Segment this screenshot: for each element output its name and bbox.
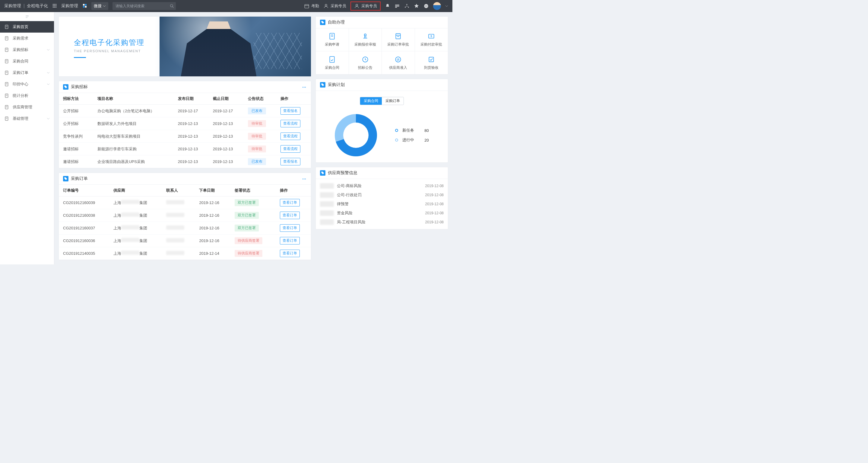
nav-attendance[interactable]: 考勤 [304,3,319,9]
svc-7[interactable]: 到货验收 [415,51,448,74]
svc-label: 到货验收 [424,65,438,70]
category-icon[interactable] [82,3,87,9]
svg-rect-15 [305,4,309,8]
action-button[interactable]: 查看订单 [280,237,300,244]
svg-point-18 [356,4,358,6]
status-badge: 已发布 [248,108,266,114]
svc-5[interactable]: 招标公告 [349,51,382,74]
sidebar-item-4[interactable]: 采购订单 [0,67,54,79]
brand-sub: 全程电子化 [27,3,48,8]
orders-more[interactable]: ⋯ [302,177,307,181]
sidebar-item-5[interactable]: 印控中心 [0,79,54,90]
status-badge: 待供应商签署 [235,250,262,257]
plan-card: 采购计划 采购合同 采购订单 新任务80 进行中20 [315,79,448,163]
redacted [320,220,334,225]
plan-tab-orders[interactable]: 采购订单 [382,97,404,105]
action-button[interactable]: 查看报名 [280,158,300,165]
table-row: 竞争性谈判纯电动大型客车采购项目2019-12-132019-12-13待审批查… [59,130,311,143]
sidebar-item-label: 采购订单 [13,70,28,76]
sidebar-item-3[interactable]: 采购合同 [0,56,54,67]
alert-row[interactable]: 公司-商标风险2019-12-08 [320,181,444,191]
brand-main: 采购管理 [4,3,21,8]
sidebar-item-7[interactable]: 供应商管理 [0,102,54,113]
redacted [121,212,140,217]
alert-date: 2019-12-08 [425,202,444,206]
legend-value-new: 80 [424,128,429,133]
svg-line-14 [173,7,174,8]
action-button[interactable]: 查看流程 [280,120,300,127]
table-row: 公开招标办公电脑采购（2台笔记本电脑）2019-12-172019-12-17已… [59,105,311,117]
plan-tab-contracts[interactable]: 采购合同 [360,97,382,105]
svc-0[interactable]: 采购申请 [316,28,349,51]
tag-icon [320,82,326,88]
alerts-title: 供应商预警信息 [328,170,358,176]
status-badge: 待供应商签署 [235,237,262,244]
sidebar-item-6[interactable]: 统计分析 [0,90,54,102]
svg-rect-6 [53,7,54,7]
svc-6[interactable]: 供供应商准入 [382,51,415,74]
svc-3[interactable]: $采购付款审批 [415,28,448,51]
nav-role-2-highlighted[interactable]: 采购专员 [350,1,381,10]
star-icon[interactable] [414,3,419,9]
alert-row[interactable]: 局-工程项目风险2019-12-08 [320,218,444,227]
sidebar-item-label: 采购首页 [13,24,28,30]
apps-icon[interactable] [52,3,57,9]
action-button[interactable]: 查看订单 [280,199,300,206]
doc-icon [4,24,9,29]
alert-row[interactable]: 资金风险2019-12-08 [320,208,444,218]
more-icon[interactable] [424,3,429,9]
redacted [320,201,334,207]
svg-rect-1 [54,4,55,5]
svc-4[interactable]: 采购合同 [316,51,349,74]
svg-rect-20 [395,6,399,6]
sidebar-item-1[interactable]: 采购需求 [0,33,54,44]
tag-icon [320,170,326,176]
avatar[interactable] [433,2,441,10]
chevron-down-icon [47,48,50,51]
search-scope-label: 微搜 [94,3,102,9]
search-input[interactable] [113,2,176,10]
user-menu-chevron-icon[interactable] [445,4,448,7]
legend-label-progress: 进行中 [402,137,414,143]
search-icon[interactable] [170,4,174,8]
svc-2[interactable]: 采购订单审批 [382,28,415,51]
svg-rect-69 [429,57,434,62]
redacted [166,200,184,204]
sidebar-item-8[interactable]: 基础管理 [0,113,54,124]
svc-icon: $ [427,32,435,40]
bell-icon[interactable] [385,3,390,9]
nav-role-1[interactable]: 采购专员 [323,3,346,9]
action-button[interactable]: 查看流程 [280,145,300,153]
bidding-more[interactable]: ⋯ [302,85,307,89]
svc-icon [361,56,369,63]
sidebar-item-label: 基础管理 [13,116,28,121]
action-button[interactable]: 查看订单 [280,224,300,232]
action-button[interactable]: 查看流程 [280,133,300,140]
svg-point-27 [426,6,427,6]
alert-date: 2019-12-08 [425,211,444,215]
svg-rect-65 [330,56,335,62]
svc-1[interactable]: 采购报价审核 [349,28,382,51]
banner-title-en: THE PERSONNEL MANAGEMENT [74,49,145,53]
status-badge: 双方已签署 [235,212,259,219]
alert-row[interactable]: 公司-行政处罚2019-12-08 [320,191,444,200]
sidebar-item-label: 印控中心 [13,82,28,87]
sidebar-item-2[interactable]: 采购招标 [0,44,54,56]
alert-date: 2019-12-08 [425,220,444,224]
user-icon [354,3,360,9]
dashboard-icon[interactable] [395,3,400,9]
tag-icon [63,176,68,181]
sidebar-item-0[interactable]: 采购首页 [0,21,54,33]
action-button[interactable]: 查看报名 [280,107,300,115]
alert-row[interactable]: 律预警2019-12-08 [320,200,444,208]
action-button[interactable]: 查看订单 [280,211,300,219]
action-button[interactable]: 查看订单 [280,250,300,257]
col-header: 发布日期 [174,93,209,105]
search-scope-dropdown[interactable]: 微搜 [91,2,108,10]
plan-legend: 新任务80 进行中20 [395,128,429,143]
network-icon[interactable] [404,3,409,9]
sidebar-collapse[interactable] [0,12,54,21]
col-header: 下单日期 [195,185,230,197]
selfservice-title: 自助办理 [328,20,345,25]
svc-icon [427,56,435,63]
